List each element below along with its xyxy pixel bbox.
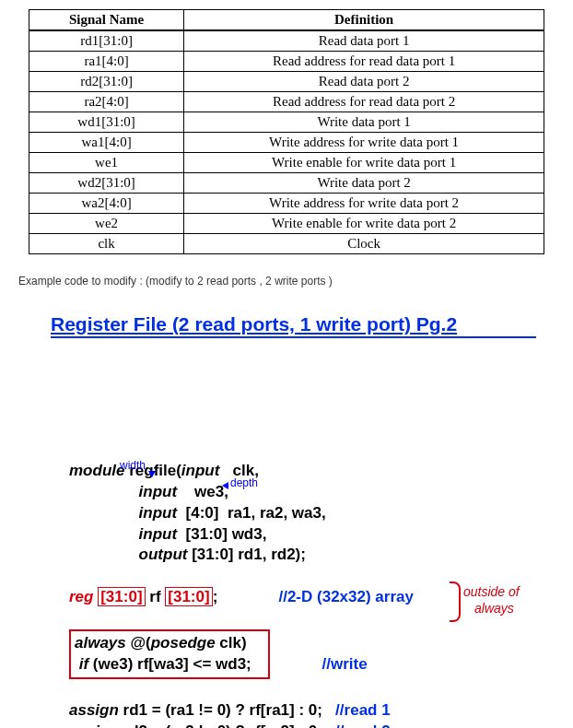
cell-def: Read data port 1 bbox=[184, 30, 544, 52]
comment-write: //write bbox=[322, 655, 367, 673]
depth-annot: depth bbox=[230, 476, 258, 490]
cell-def: Write address for write data port 2 bbox=[184, 194, 544, 214]
kw-input4: input bbox=[139, 525, 178, 543]
code-block: width depth module regfile(input clk, in… bbox=[69, 355, 555, 728]
cell-def: Read address for read data port 2 bbox=[184, 92, 544, 112]
cell-def: Write address for write data port 1 bbox=[184, 133, 544, 153]
cell-signal: ra2[4:0] bbox=[29, 92, 184, 112]
slide-title: Register File (2 read ports, 1 write por… bbox=[51, 313, 536, 338]
cell-signal: clk bbox=[29, 234, 184, 254]
col-header-signal: Signal Name bbox=[29, 10, 184, 31]
idx-depth: [31:0] bbox=[165, 587, 212, 606]
comment-read2: //read 2 bbox=[335, 722, 391, 728]
cell-signal: rd2[31:0] bbox=[29, 72, 184, 92]
table-row: we2Write enable for write data port 2 bbox=[29, 214, 544, 234]
kw-input1: input bbox=[181, 462, 220, 479]
cell-signal: wa2[4:0] bbox=[29, 194, 184, 214]
cell-def: Read address for read data port 1 bbox=[184, 52, 544, 72]
table-row: wa2[4:0]Write address for write data por… bbox=[29, 194, 544, 214]
idx-width: [31:0] bbox=[98, 587, 145, 606]
txt-rd2: rd2 = (ra2 != 0) ? rf[ra2] : 0; bbox=[119, 722, 335, 728]
kw-reg: reg bbox=[69, 588, 93, 605]
bracket-icon bbox=[450, 581, 461, 622]
kw-assign2: assign bbox=[69, 722, 119, 728]
kw-assign1: assign bbox=[69, 701, 119, 719]
txt-we3: we3, bbox=[177, 483, 228, 500]
kw-output: output bbox=[139, 546, 188, 563]
table-row: wa1[4:0]Write address for write data por… bbox=[29, 133, 544, 153]
cell-def: Read data port 2 bbox=[184, 72, 544, 92]
signal-table: Signal Name Definition rd1[31:0]Read dat… bbox=[29, 9, 544, 254]
txt-r32: [31:0] wd3, bbox=[177, 525, 266, 543]
width-annot: width bbox=[120, 458, 146, 473]
cell-def: Write enable for write data port 2 bbox=[184, 214, 544, 234]
bracket-outside: outside of bbox=[463, 583, 520, 601]
cell-signal: we1 bbox=[29, 153, 184, 173]
txt-body: (we3) rf[wa3] <= wd3; bbox=[88, 655, 251, 673]
txt-o32: [31:0] rd1, rd2); bbox=[187, 546, 305, 563]
comment-array: //2-D (32x32) array bbox=[278, 588, 413, 605]
arrow-depth-icon bbox=[222, 482, 228, 489]
cell-signal: wd2[31:0] bbox=[29, 173, 184, 194]
kw-input2: input bbox=[139, 483, 178, 500]
table-row: rd2[31:0]Read data port 2 bbox=[29, 72, 544, 92]
cell-def: Clock bbox=[184, 234, 544, 254]
table-row: we1Write enable for write data port 1 bbox=[29, 153, 544, 173]
example-note: Example code to modify : (modify to 2 re… bbox=[18, 275, 555, 288]
cell-def: Write data port 1 bbox=[184, 112, 544, 133]
kw-module: module bbox=[69, 462, 124, 479]
txt-clkp: clk) bbox=[216, 634, 247, 652]
cell-signal: wa1[4:0] bbox=[29, 133, 184, 153]
cell-def: Write enable for write data port 1 bbox=[184, 153, 544, 173]
txt-rd1: rd1 = (ra1 != 0) ? rf[ra1] : 0; bbox=[119, 701, 335, 719]
kw-posedge: posedge bbox=[151, 634, 216, 652]
table-row: clkClock bbox=[29, 234, 544, 254]
table-row: ra2[4:0]Read address for read data port … bbox=[29, 92, 544, 112]
kw-always: always bbox=[75, 634, 126, 652]
kw-input3: input bbox=[139, 504, 178, 522]
cell-signal: wd1[31:0] bbox=[29, 112, 184, 133]
table-row: wd2[31:0]Write data port 2 bbox=[29, 173, 544, 194]
table-row: wd1[31:0]Write data port 1 bbox=[29, 112, 544, 133]
cell-signal: ra1[4:0] bbox=[29, 52, 184, 72]
table-row: ra1[4:0]Read address for read data port … bbox=[29, 52, 544, 72]
cell-signal: we2 bbox=[29, 214, 184, 234]
cell-def: Write data port 2 bbox=[184, 173, 544, 194]
kw-if: if bbox=[79, 655, 88, 673]
txt-rf: rf bbox=[146, 588, 166, 605]
comment-read1: //read 1 bbox=[335, 701, 391, 719]
txt-semi: ; bbox=[213, 588, 218, 605]
arrow-width-icon bbox=[148, 471, 156, 477]
cell-signal: rd1[31:0] bbox=[29, 30, 184, 52]
bracket-always: always bbox=[474, 600, 514, 617]
txt-r5: [4:0] ra1, ra2, wa3, bbox=[177, 504, 326, 522]
always-box: always @(posedge clk) if (we3) rf[wa3] <… bbox=[69, 629, 270, 679]
txt-at: @( bbox=[126, 634, 151, 652]
table-row: rd1[31:0]Read data port 1 bbox=[29, 30, 544, 52]
col-header-def: Definition bbox=[184, 10, 544, 31]
